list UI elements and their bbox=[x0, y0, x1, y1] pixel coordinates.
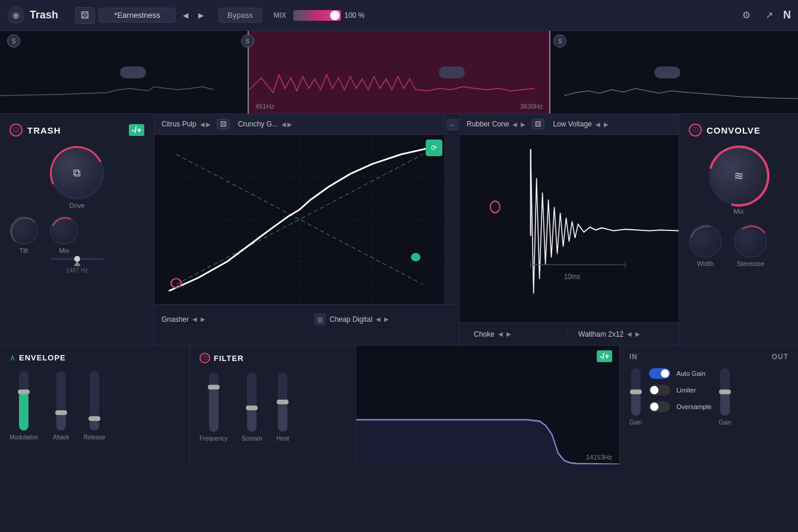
convolve-small-knobs-row: Width Stereoize bbox=[689, 224, 788, 267]
ir-bottom-right-name: Waltham 2x12 bbox=[578, 330, 623, 338]
dist-bottom-right-prev[interactable]: ◀ bbox=[376, 316, 381, 322]
release-thumb bbox=[88, 416, 100, 421]
convolve-stereoize-label: Stereoize bbox=[737, 260, 764, 267]
attack-fill bbox=[56, 413, 66, 430]
envelope-icon: ∧ bbox=[10, 353, 15, 362]
filter-power-button[interactable]: Ⓘ bbox=[200, 353, 210, 363]
heat-thumb bbox=[277, 400, 289, 404]
eq-plus-button[interactable]: -/+ bbox=[597, 350, 612, 362]
dist-bottom-selectors: Gnasher ◀ ▶ ||| Cheap Digital ◀ ▶ bbox=[154, 304, 459, 334]
trash-power-button[interactable]: Ⓘ bbox=[10, 124, 23, 137]
dist-sidebar: ↔ bbox=[445, 114, 459, 304]
filter-sliders-row: Frequency Scream Heat bbox=[200, 370, 346, 442]
convolve-power-button[interactable]: Ⓘ bbox=[689, 124, 702, 137]
dice-button[interactable]: ⚄ bbox=[75, 7, 95, 24]
mix-knob[interactable] bbox=[50, 216, 78, 245]
trash-plus-button[interactable]: -/+ bbox=[129, 124, 144, 136]
preset-area: ⚄ *Earnestness ◀ ▶ bbox=[75, 7, 207, 24]
mix-slider[interactable] bbox=[293, 10, 341, 21]
convolve-mix-knob[interactable]: ≋ bbox=[709, 146, 768, 205]
scream-slider[interactable] bbox=[247, 372, 256, 432]
ir-panel: Rubber Cone ◀ ▶ ⚄ Low Voltage ◀ ▶ 10ms bbox=[460, 114, 679, 345]
ir-right-next[interactable]: ▶ bbox=[604, 121, 609, 128]
oversample-toggle[interactable] bbox=[649, 401, 670, 412]
heat-label: Heat bbox=[277, 435, 289, 442]
limiter-dot bbox=[650, 386, 658, 394]
dist-left-next[interactable]: ▶ bbox=[206, 121, 211, 128]
modulation-slider-container: Modulation bbox=[10, 371, 39, 441]
ir-choke-next[interactable]: ▶ bbox=[506, 331, 511, 337]
frequency-thumb bbox=[208, 385, 220, 390]
out-gain-fill bbox=[720, 392, 730, 416]
tilt-knob[interactable] bbox=[10, 216, 38, 245]
preset-next-button[interactable]: ▶ bbox=[195, 10, 207, 21]
out-gain-slider[interactable] bbox=[720, 368, 730, 416]
solo-button-left[interactable]: S bbox=[7, 34, 20, 48]
frequency-slider[interactable] bbox=[209, 372, 218, 432]
ir-choke-prev[interactable]: ◀ bbox=[498, 331, 503, 337]
ir-left-prev[interactable]: ◀ bbox=[512, 121, 517, 128]
bypass-button[interactable]: Bypass bbox=[218, 8, 262, 23]
oversample-toggle-row: Oversample bbox=[649, 401, 711, 412]
frequency-label: Frequency bbox=[200, 435, 227, 442]
modulation-slider[interactable] bbox=[19, 371, 28, 430]
tilt-slider-thumb bbox=[74, 256, 80, 262]
ir-top-selector: Rubber Cone ◀ ▶ ⚄ Low Voltage ◀ ▶ bbox=[460, 114, 679, 135]
svg-text:10ms: 10ms bbox=[564, 272, 580, 281]
toggles-area: Auto Gain Limiter Oversample bbox=[649, 368, 711, 426]
freq-waveform-display bbox=[0, 66, 798, 113]
dist-bottom-right-name: Cheap Digital bbox=[330, 315, 372, 324]
distortion-graph[interactable]: ⟳ bbox=[154, 135, 445, 304]
ir-impulse-display[interactable]: 10ms bbox=[460, 135, 679, 322]
mix-percent-value: 100 % bbox=[344, 11, 365, 20]
dist-left-prev[interactable]: ◀ bbox=[200, 121, 205, 128]
ir-right-prev[interactable]: ◀ bbox=[596, 121, 600, 128]
preset-name[interactable]: *Earnestness bbox=[99, 8, 176, 23]
mix-control-area: 100 % bbox=[293, 10, 365, 21]
main-section: Ⓘ TRASH -/+ ⧉ Drive Tilt Mix 1487 Hz bbox=[0, 114, 798, 346]
dist-left-dice[interactable]: ⚄ bbox=[217, 119, 230, 129]
tilt-triangle-indicator bbox=[74, 261, 81, 266]
dist-right-prev[interactable]: ◀ bbox=[281, 121, 286, 128]
ir-dice[interactable]: ⚄ bbox=[531, 119, 544, 129]
dist-bottom-left-next[interactable]: ▶ bbox=[201, 316, 205, 322]
convolve-stereoize-knob[interactable] bbox=[734, 224, 767, 258]
ir-waltham-prev[interactable]: ◀ bbox=[627, 331, 632, 337]
drive-knob[interactable]: ⧉ bbox=[50, 146, 104, 200]
envelope-header: ∧ ENVELOPE bbox=[10, 353, 180, 362]
settings-icon-button[interactable]: ⚙ bbox=[738, 7, 755, 24]
expand-button[interactable]: ↔ bbox=[446, 119, 458, 131]
envelope-sliders-row: Modulation Attack Release bbox=[10, 369, 180, 441]
attack-slider-container: Attack bbox=[53, 371, 69, 441]
auto-gain-toggle-row: Auto Gain bbox=[649, 368, 711, 379]
preset-prev-button[interactable]: ◀ bbox=[179, 10, 191, 21]
ir-waltham-next[interactable]: ▶ bbox=[635, 331, 640, 337]
in-gain-fill bbox=[631, 392, 641, 416]
out-gain-slider-container: Gain bbox=[718, 368, 731, 426]
dist-bottom-left-prev[interactable]: ◀ bbox=[192, 316, 197, 322]
dist-right-next[interactable]: ▶ bbox=[287, 121, 292, 128]
in-gain-slider[interactable] bbox=[631, 368, 641, 416]
auto-gain-toggle[interactable] bbox=[649, 368, 670, 379]
dist-bottom-right-next[interactable]: ▶ bbox=[384, 316, 389, 322]
in-label: IN bbox=[629, 353, 638, 361]
convolve-width-knob[interactable] bbox=[689, 224, 722, 258]
tilt-knob-label: Tilt bbox=[20, 247, 28, 254]
eq-adjust-icon[interactable]: ||| bbox=[314, 314, 326, 325]
link-icon-button[interactable]: ⟳ bbox=[426, 140, 442, 156]
eq-display[interactable]: -/+ 14153Hz bbox=[356, 346, 620, 464]
limiter-toggle[interactable] bbox=[649, 385, 670, 395]
ir-left-next[interactable]: ▶ bbox=[521, 121, 525, 128]
frequency-slider-container: Frequency bbox=[200, 372, 227, 442]
solo-button-right[interactable]: S bbox=[553, 34, 566, 48]
route-icon-button[interactable]: ↗ bbox=[761, 7, 777, 24]
solo-button-mid[interactable]: S bbox=[241, 34, 254, 48]
out-gain-thumb bbox=[719, 390, 731, 394]
release-slider[interactable] bbox=[90, 371, 99, 430]
heat-fill bbox=[278, 402, 287, 432]
frequency-fill bbox=[209, 387, 218, 432]
heat-slider[interactable] bbox=[278, 372, 287, 432]
tilt-frequency-slider[interactable] bbox=[50, 258, 104, 260]
attack-slider[interactable] bbox=[56, 371, 66, 430]
convolve-stereoize-container: Stereoize bbox=[734, 224, 767, 267]
